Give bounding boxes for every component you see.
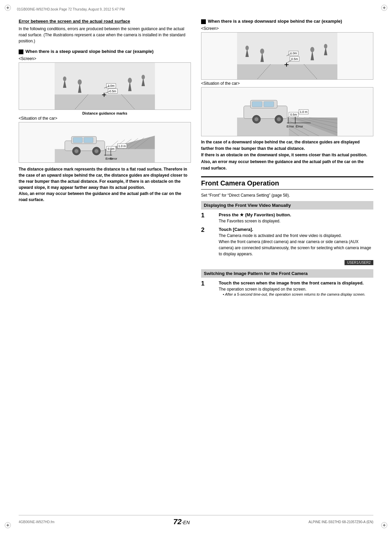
- section1-header: Displaying the Front View Video Manually: [201, 201, 373, 210]
- downward-desc-1: In the case of a downward slope behind t…: [201, 139, 373, 152]
- step-1-number: 1: [201, 212, 204, 218]
- downward-slope-screen-diagram: 1.0m 0.5m: [201, 32, 373, 80]
- step-1-title: Press the ★ (My Favorites) button.: [219, 212, 291, 217]
- upward-bold-text: The distance guidance mark represents th…: [19, 167, 187, 202]
- corner-mark-br: [381, 522, 387, 528]
- svg-text:1.0 m: 1.0 m: [300, 110, 307, 114]
- svg-point-64: [246, 45, 249, 50]
- svg-text:Error: Error: [287, 124, 294, 128]
- upward-slope-car-diagram: 0.5m 1.0 m Error Error: [19, 122, 191, 163]
- svg-point-62: [310, 47, 314, 52]
- svg-point-35: [75, 149, 79, 153]
- svg-point-66: [324, 44, 327, 49]
- black-square-icon: [19, 50, 23, 54]
- svg-point-15: [128, 78, 132, 83]
- section2-step-1: 1 Touch the screen when the image from t…: [201, 280, 373, 296]
- step-1-content: Press the ★ (My Favorites) button. The F…: [219, 212, 291, 224]
- user-badge: USER1/USER2: [345, 260, 373, 265]
- upward-slope-screen-diagram: 1.0m 0.5m: [19, 62, 191, 110]
- front-camera-subtitle: Set “Front” for “Direct Camera Setting” …: [201, 193, 373, 198]
- svg-text:0.5m: 0.5m: [108, 147, 115, 151]
- downward-slope-car-diagram: 0.5m 1.0 m Error Error: [201, 87, 373, 136]
- section2-step-1-note: After a 5-second time-out, the operation…: [223, 292, 365, 296]
- svg-text:0.5m: 0.5m: [110, 90, 116, 93]
- downward-slope-title: When there is a steep downward slope beh…: [208, 19, 342, 24]
- svg-rect-22: [55, 149, 155, 162]
- right-column: When there is a steep downward slope beh…: [201, 19, 373, 513]
- svg-text:1.0 m: 1.0 m: [118, 144, 126, 148]
- svg-text:1.0m: 1.0m: [108, 84, 115, 87]
- section-title: Error between the screen and the actual …: [19, 19, 191, 24]
- section2-header: Switching the Image Pattern for the Fron…: [201, 269, 373, 278]
- svg-point-60: [260, 48, 264, 54]
- step-1-desc: The Favorites screen is displayed.: [219, 218, 291, 224]
- footer-model: ALPINE INE-S927HD 68-21057Z90-A (EN): [309, 520, 373, 524]
- downward-slope-header: When there is a steep downward slope beh…: [201, 19, 373, 24]
- footer-bar: 4GB06INE-W927HD.fm 72-EN ALPINE INE-S927…: [19, 515, 373, 526]
- step-2-desc: The Camera mode is activated and the fro…: [219, 233, 373, 257]
- header-bar: 01GB00INE-W927HD.book Page 72 Thursday, …: [17, 7, 375, 11]
- step-2: 2 Touch [Camera]. The Camera mode is act…: [201, 227, 373, 257]
- situation-label-right: <Situation of the car>: [201, 81, 373, 86]
- upward-slope-title: When there is a steep upward slope behin…: [25, 49, 154, 54]
- corner-mark-bl: [5, 522, 11, 528]
- upward-slope-header: When there is a steep upward slope behin…: [19, 49, 191, 54]
- svg-text:0.5m: 0.5m: [291, 57, 298, 61]
- step-2-content: Touch [Camera]. The Camera mode is activ…: [219, 227, 373, 257]
- intro-text: In the following conditions, errors are …: [19, 26, 191, 44]
- user-badge-container: USER1/USER2: [201, 260, 373, 267]
- svg-rect-33: [84, 137, 93, 143]
- main-content: Error between the screen and the actual …: [19, 19, 373, 513]
- svg-text:Error: Error: [296, 124, 303, 128]
- header-file-info: 01GB00INE-W927HD.book Page 72 Thursday, …: [17, 7, 125, 11]
- corner-mark-tr: [381, 5, 387, 11]
- section2-step-1-title: Touch the screen when the image from the…: [219, 280, 365, 285]
- section2-step-1-content: Touch the screen when the image from the…: [219, 280, 365, 296]
- svg-point-84: [277, 117, 281, 121]
- svg-rect-48: [237, 64, 337, 79]
- svg-text:0.5m: 0.5m: [290, 113, 297, 116]
- front-camera-title: Front Camera Operation: [201, 179, 373, 187]
- svg-point-37: [95, 149, 99, 153]
- upward-slope-description: The distance guidance mark represents th…: [19, 166, 191, 203]
- left-column: Error between the screen and the actual …: [19, 19, 191, 513]
- step-1: 1 Press the ★ (My Favorites) button. The…: [201, 212, 373, 224]
- svg-rect-1: [55, 95, 155, 110]
- page-number: 72-EN: [173, 517, 190, 526]
- downward-desc-2: If there is an obstacle on the downward …: [201, 152, 373, 158]
- downward-desc-3: Also, an error may occur between the gui…: [201, 159, 373, 172]
- screen-label-left: <Screen>: [19, 56, 191, 61]
- svg-point-17: [63, 76, 66, 81]
- black-square-icon-2: [201, 19, 206, 24]
- svg-point-82: [254, 117, 258, 121]
- situation-label-left: <Situation of the car>: [19, 116, 191, 121]
- svg-point-19: [141, 75, 145, 79]
- footer-fm: 4GB06INE-W927HD.fm: [19, 520, 55, 524]
- downward-description: In the case of a downward slope behind t…: [201, 139, 373, 172]
- front-camera-section: Front Camera Operation: [201, 176, 373, 190]
- section2-step-1-number: 1: [201, 280, 204, 287]
- step-2-title: Touch [Camera].: [219, 227, 373, 232]
- svg-point-13: [78, 79, 82, 85]
- section2-step-1-desc: The operation screen is displayed on the…: [219, 286, 365, 292]
- svg-text:1.0m: 1.0m: [290, 52, 297, 55]
- svg-rect-80: [264, 101, 274, 107]
- svg-text:Error: Error: [110, 157, 118, 160]
- step-2-number: 2: [201, 227, 204, 233]
- svg-rect-79: [252, 101, 262, 107]
- upward-slope-situation-container: Actual distances: [19, 122, 191, 163]
- screen-label-right: <Screen>: [201, 26, 373, 31]
- svg-rect-32: [73, 137, 83, 143]
- corner-mark-tl: [5, 5, 11, 11]
- diagram-caption: Distance guidance marks: [19, 111, 191, 115]
